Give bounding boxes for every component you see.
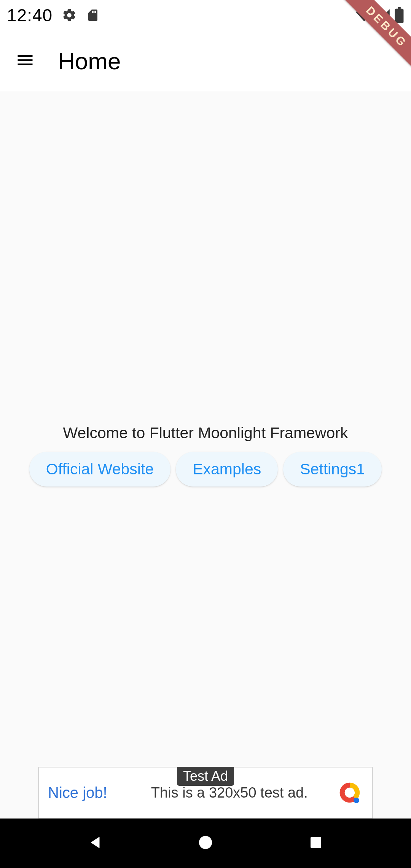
admob-logo-icon <box>336 779 363 806</box>
svg-point-0 <box>354 798 359 803</box>
hamburger-icon <box>15 50 35 72</box>
button-row: Official Website Examples Settings1 <box>29 452 382 487</box>
status-time: 12:40 <box>7 5 53 26</box>
page-title: Home <box>58 48 121 75</box>
ad-left-text: Nice job! <box>48 784 107 801</box>
nav-home-button[interactable] <box>190 828 221 858</box>
nav-back-button[interactable] <box>80 828 110 858</box>
back-triangle-icon <box>86 834 104 853</box>
official-website-button[interactable]: Official Website <box>29 452 170 487</box>
system-nav-bar <box>0 819 411 868</box>
recent-square-icon <box>308 834 324 852</box>
app-body: Welcome to Flutter Moonlight Framework O… <box>0 91 411 819</box>
sd-card-icon <box>86 8 100 23</box>
status-left: 12:40 <box>7 5 100 26</box>
settings1-button[interactable]: Settings1 <box>283 452 382 487</box>
menu-button[interactable] <box>11 47 39 75</box>
home-circle-icon <box>197 834 214 853</box>
welcome-text: Welcome to Flutter Moonlight Framework <box>63 424 348 442</box>
gear-icon <box>62 8 77 23</box>
app-bar: Home <box>0 30 411 91</box>
svg-point-1 <box>199 836 212 849</box>
ad-badge: Test Ad <box>177 767 234 786</box>
battery-icon <box>394 7 404 23</box>
nav-recent-button[interactable] <box>301 828 331 858</box>
ad-banner[interactable]: Test Ad Nice job! This is a 320x50 test … <box>38 767 373 819</box>
ad-description: This is a 320x50 test ad. <box>123 785 336 801</box>
svg-rect-2 <box>311 837 321 848</box>
examples-button[interactable]: Examples <box>176 452 278 487</box>
